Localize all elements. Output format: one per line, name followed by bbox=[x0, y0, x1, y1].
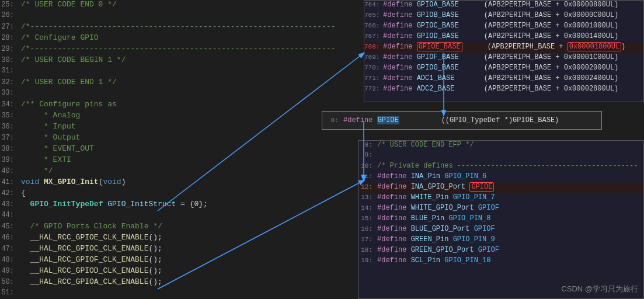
popup-line-12: 12: #define INA_GPIO_Port GPIOE bbox=[358, 183, 643, 193]
code-line-39: 39: * EXTI bbox=[0, 155, 362, 166]
popup-line-770: 770: #define GPIOG_BASE (APB2PERIPH_BASE… bbox=[364, 64, 643, 74]
code-line-42: 42: { bbox=[0, 189, 362, 200]
code-line-41: 41: void MX_GPIO_Init(void) bbox=[0, 178, 362, 189]
code-line-46: 46: __HAL_RCC_GPIOE_CLK_ENABLE(); bbox=[0, 233, 362, 244]
code-line-37: 37: * Output bbox=[0, 133, 362, 144]
code-line-48: 48: __HAL_RCC_GPIOF_CLK_ENABLE(); bbox=[0, 255, 362, 266]
popup-line-11: 11: #define INA_Pin GPIO_PIN_6 bbox=[358, 172, 643, 183]
popup-line-18: 18: #define GREEN_GPIO_Port GPIOF bbox=[358, 246, 643, 256]
watermark-author: @学习只为旅行 bbox=[585, 284, 638, 293]
popup-line-9: 9: bbox=[358, 151, 643, 162]
popup-line-8: 8: /* USER CODE END EFP */ bbox=[358, 141, 643, 151]
popup-line-765: 765: #define GPIOB_BASE (APB2PERIPH_BASE… bbox=[364, 11, 643, 22]
code-line-26: 26: bbox=[0, 11, 362, 22]
code-line-49: 49: __HAL_RCC_GPIOD_CLK_ENABLE(); bbox=[0, 266, 362, 277]
popup-mid-line: 8: #define GPIOE ((GPIO_TypeDef *)GPIOE_… bbox=[322, 115, 561, 126]
popup-line-17: 17: #define GREEN_Pin GPIO_PIN_9 bbox=[358, 235, 643, 246]
popup-line-767: 767: #define GPIOD_BASE (APB2PERIPH_BASE… bbox=[364, 32, 643, 43]
popup-line-772: 772: #define ADC2_BASE (APB2PERIPH_BASE … bbox=[364, 85, 643, 95]
code-line-31: 31: bbox=[0, 67, 362, 78]
popup-line-766: 766: #define GPIOC_BASE (APB2PERIPH_BASE… bbox=[364, 22, 643, 32]
code-line-38: 38: * EVENT_OUT bbox=[0, 144, 362, 155]
code-line-25: 25: /* USER CODE END 0 */ bbox=[0, 0, 362, 11]
popup-gpioe-define: 8: #define GPIOE ((GPIO_TypeDef *)GPIOE_… bbox=[322, 111, 602, 130]
code-line-34: 34: /** Configure pins as bbox=[0, 100, 362, 111]
code-line-43: 43: GPIO_InitTypeDef GPIO_InitStruct = {… bbox=[0, 200, 362, 211]
popup-line-19: 19: #define SCL_Pin GPIO_PIN_10 bbox=[358, 256, 643, 267]
code-line-32: 32: /* USER CODE END 1 */ bbox=[0, 78, 362, 89]
code-line-45: 45: /* GPIO Ports Clock Enable */ bbox=[0, 222, 362, 233]
popup-private-defines: 8: /* USER CODE END EFP */ 9: 10: /* Pri… bbox=[358, 140, 644, 299]
code-line-51: 51: bbox=[0, 288, 362, 299]
popup-line-769: 769: #define GPIOF_BASE (APB2PERIPH_BASE… bbox=[364, 53, 643, 64]
popup-line-16: 16: #define BLUE_GPIO_Port GPIOF bbox=[358, 225, 643, 235]
code-line-27: 27: /*----------------------------------… bbox=[0, 22, 362, 33]
popup-line-15: 15: #define BLUE_Pin GPIO_PIN_8 bbox=[358, 214, 643, 225]
code-line-47: 47: __HAL_RCC_GPIOC_CLK_ENABLE(); bbox=[0, 244, 362, 255]
popup-line-13: 13: #define WHITE_Pin GPIO_PIN_7 bbox=[358, 193, 643, 204]
popup-gpio-base: 764: #define GPIOA_BASE (APB2PERIPH_BASE… bbox=[364, 0, 644, 102]
popup-line-14: 14: #define WHITE_GPIO_Port GPIOF bbox=[358, 204, 643, 214]
code-line-29: 29: /*----------------------------------… bbox=[0, 44, 362, 55]
watermark-csdn: CSDN bbox=[561, 284, 583, 293]
code-line-40: 40: */ bbox=[0, 166, 362, 178]
main-code-editor: 25: /* USER CODE END 0 */ 26: 27: /*----… bbox=[0, 0, 362, 299]
code-line-36: 36: * Input bbox=[0, 122, 362, 133]
popup-line-764: 764: #define GPIOA_BASE (APB2PERIPH_BASE… bbox=[364, 1, 643, 11]
code-line-50: 50: __HAL_RCC_GPIOA_CLK_ENABLE(); bbox=[0, 277, 362, 288]
watermark: CSDN @学习只为旅行 bbox=[561, 284, 638, 294]
code-line-28: 28: /* Configure GPIO bbox=[0, 33, 362, 44]
popup-line-10: 10: /* Private defines -----------------… bbox=[358, 162, 643, 172]
code-line-33: 33: bbox=[0, 89, 362, 100]
popup-line-771: 771: #define ADC1_BASE (APB2PERIPH_BASE … bbox=[364, 74, 643, 85]
code-line-35: 35: * Analog bbox=[0, 111, 362, 122]
code-line-44: 44: bbox=[0, 211, 362, 222]
code-line-30: 30: /* USER CODE BEGIN 1 */ bbox=[0, 55, 362, 67]
popup-line-768: 768: #define GPIOE_BASE (APB2PERIPH_BASE… bbox=[364, 43, 643, 53]
